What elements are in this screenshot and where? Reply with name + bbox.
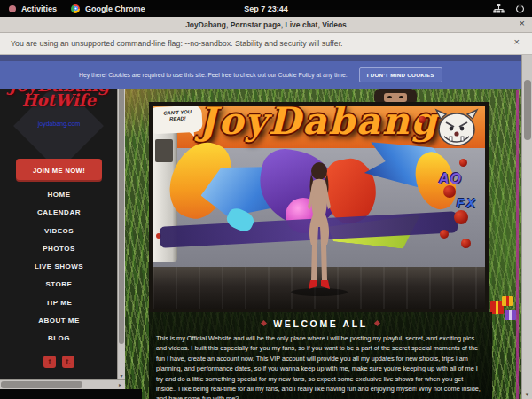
sidebar: JoyDabang HotWife joydabang.com JOIN ME … [0,55,118,379]
scrollbar-thumb[interactable] [524,80,531,140]
bulldog-icon [434,106,480,151]
speech-bubble-text: CAN'T YOU READ! [163,109,192,121]
tumblr-icon[interactable]: t. [62,356,74,368]
browser-viewport: JoyDabang CAN'T YOU READ! AO FX [0,55,532,399]
sidebar-horizontal-scrollbar[interactable]: ▸ [0,379,125,389]
model-figure-silhouette [299,161,340,294]
face [384,93,407,102]
window-title: JoyDabang, Pornstar page, Live chat, Vid… [185,20,347,29]
graffiti-dot [459,159,467,167]
sidebar-item-live-shows[interactable]: LIVE SHOWS [0,258,118,276]
diamond-icon [374,320,380,326]
graffiti-dot [440,230,449,239]
sidebar-item-about-me[interactable]: ABOUT ME [0,312,118,330]
top-bar-right [493,0,525,17]
scroll-down-arrow[interactable]: ▾ [522,391,532,398]
gift-box-icon [505,310,516,320]
screen: Activities Google Chrome Sep 7 23:44 Joy… [0,0,532,399]
power-icon[interactable] [515,4,525,13]
window-titlebar: JoyDabang, Pornstar page, Live chat, Vid… [0,17,532,33]
graffiti-dot [454,210,468,224]
window-close-button[interactable]: × [520,18,525,28]
sidebar-link[interactable]: joydabang.com [0,121,118,127]
sidebar-item-photos[interactable]: PHOTOS [0,240,118,258]
sidebar-item-tip-me[interactable]: TIP ME [0,294,118,312]
social-links: t t. [0,356,118,368]
sidebar-item-calendar[interactable]: CALENDAR [0,204,118,222]
cookie-banner: Hey there! Cookies are required to use t… [0,55,521,89]
graffiti-dot [419,116,426,123]
sandbox-warning-bar: You are using an unsupported command-lin… [0,33,532,55]
sidebar-item-home[interactable]: HOME [0,186,118,204]
diamond-icon [261,320,267,326]
scroll-down-arrow[interactable]: ▾ [118,372,125,379]
sidebar-item-videos[interactable]: VIDEOS [0,223,118,240]
graffiti-tag-text: FX [457,195,477,210]
content-edge-line [516,90,519,399]
graffiti-tag-text: AO [439,171,462,187]
bottom-filler [0,389,142,399]
infobar-close-button[interactable]: × [514,36,520,47]
sidebar-item-store[interactable]: STORE [0,276,118,293]
welcome-section: WELCOME ALL This is my Official Website … [149,312,492,399]
welcome-body-text: This is my Official Website and will be … [156,333,485,399]
welcome-heading-text: WELCOME ALL [273,318,367,329]
scrollbar-thumb[interactable] [1,381,82,388]
cookie-accept-button[interactable]: I DON'T MIND COOKIES [359,67,442,82]
sidebar-vertical-scrollbar[interactable]: ▾ [117,55,125,379]
join-me-now-button[interactable]: JOIN ME NOW! [16,159,102,182]
speech-bubble: CAN'T YOU READ! [149,105,203,134]
gift-box-icon [502,296,513,306]
gnome-top-bar: Activities Google Chrome Sep 7 23:44 [0,0,532,17]
hero-banner-image: JoyDabang CAN'T YOU READ! AO FX [149,102,489,312]
peeking-face-image [374,89,417,102]
scrollbar-thumb[interactable] [119,82,124,344]
welcome-heading: WELCOME ALL [149,318,492,329]
network-icon[interactable] [493,4,505,13]
graffiti-dot [443,185,456,198]
twitter-icon[interactable]: t [43,356,56,368]
page-vertical-scrollbar[interactable]: ▾ [521,55,532,399]
clock[interactable]: Sep 7 23:44 [0,4,532,13]
sidebar-menu: HOME CALENDAR VIDEOS PHOTOS LIVE SHOWS S… [0,186,118,348]
cookie-message: Hey there! Cookies are required to use t… [79,72,348,78]
graffiti-dot [461,239,471,248]
warning-text: You are using an unsupported command-lin… [11,39,343,48]
sidebar-item-blog[interactable]: BLOG [0,330,118,348]
